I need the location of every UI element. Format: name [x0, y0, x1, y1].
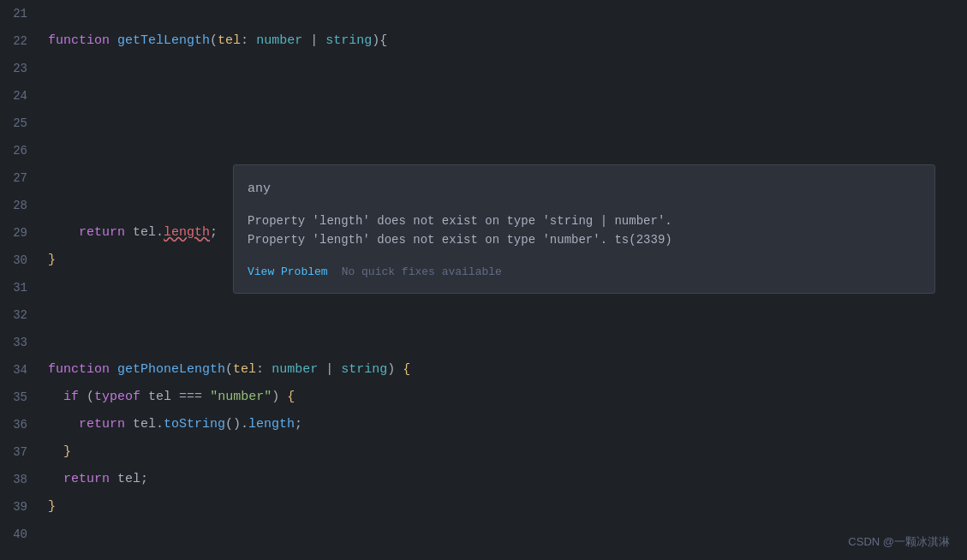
line-content-22: function getTelLength(tel: number | stri…	[41, 27, 967, 55]
line-content-36: return tel.toString().length;	[41, 411, 967, 438]
line-num-38: 38	[0, 466, 41, 493]
line-num-33: 33	[0, 329, 41, 356]
line-content-34: function getPhoneLength(tel: number | st…	[41, 356, 967, 384]
code-line-22: 22 function getTelLength(tel: number | s…	[0, 27, 967, 55]
code-area: 21 22 function getTelLength(tel: number …	[0, 0, 967, 560]
code-line-32: 32	[0, 301, 967, 329]
code-line-39: 39 }	[0, 493, 967, 521]
line-content-35: if (typeof tel === "number") {	[41, 384, 967, 411]
tooltip-error-line1: Property 'length' does not exist on type…	[248, 214, 672, 228]
no-quick-fixes-label: No quick fixes available	[342, 259, 502, 286]
line-num-21: 21	[0, 0, 41, 27]
line-num-31: 31	[0, 274, 41, 301]
code-line-26: 26	[0, 137, 967, 164]
line-num-32: 32	[0, 301, 41, 329]
line-num-40: 40	[0, 521, 41, 548]
line-content-37: }	[41, 438, 967, 466]
line-num-37: 37	[0, 438, 41, 466]
code-line-38: 38 return tel;	[0, 466, 967, 493]
tooltip-error-line2: Property 'length' does not exist on type…	[248, 233, 672, 247]
code-line-33: 33	[0, 329, 967, 356]
line-num-39: 39	[0, 493, 41, 521]
line-num-34: 34	[0, 356, 41, 384]
code-line-40: 40	[0, 521, 967, 548]
tooltip-actions: View Problem No quick fixes available	[248, 259, 921, 286]
line-num-36: 36	[0, 411, 41, 438]
watermark: CSDN @一颗冰淇淋	[848, 534, 950, 550]
line-num-22: 22	[0, 27, 41, 55]
line-num-23: 23	[0, 55, 41, 82]
code-line-36: 36 return tel.toString().length;	[0, 411, 967, 438]
line-num-30: 30	[0, 247, 41, 274]
line-num-25: 25	[0, 110, 41, 137]
code-line-25: 25	[0, 110, 967, 137]
tooltip-error-message: Property 'length' does not exist on type…	[248, 211, 921, 250]
view-problem-link[interactable]: View Problem	[248, 259, 328, 286]
line-num-24: 24	[0, 82, 41, 110]
code-line-37: 37 }	[0, 438, 967, 466]
line-content-38: return tel;	[41, 466, 967, 493]
tooltip-any-label: any	[248, 176, 921, 203]
line-num-28: 28	[0, 192, 41, 219]
code-line-21: 21	[0, 0, 967, 27]
tooltip-popup: any Property 'length' does not exist on …	[233, 164, 935, 294]
code-line-23: 23	[0, 55, 967, 82]
line-num-29: 29	[0, 219, 41, 247]
code-editor: 21 22 function getTelLength(tel: number …	[0, 0, 967, 560]
code-line-24: 24 any Property 'length' does not exist …	[0, 82, 967, 110]
code-line-34: 34 function getPhoneLength(tel: number |…	[0, 356, 967, 384]
line-num-26: 26	[0, 137, 41, 164]
code-line-35: 35 if (typeof tel === "number") {	[0, 384, 967, 411]
line-num-27: 27	[0, 164, 41, 192]
line-content-39: }	[41, 493, 967, 521]
line-num-35: 35	[0, 384, 41, 411]
